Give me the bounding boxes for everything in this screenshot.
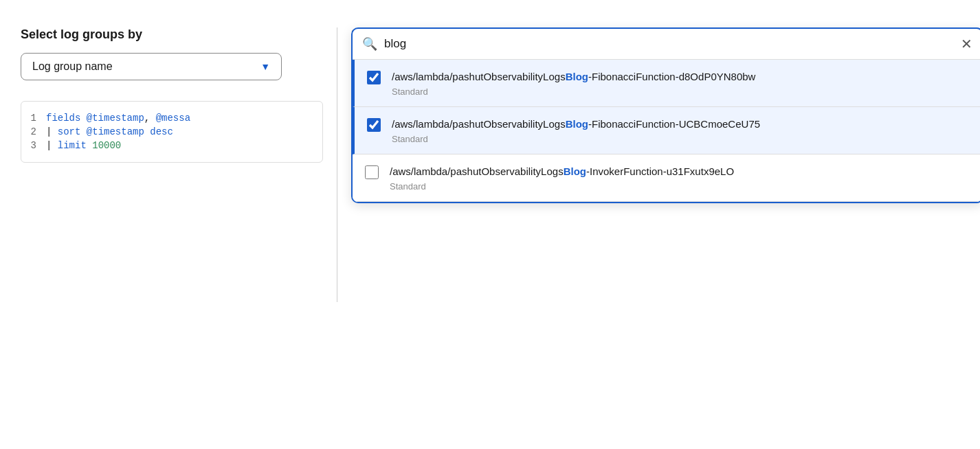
result-name-highlight-2: Blog xyxy=(566,118,588,130)
code-field-message: @messa xyxy=(156,113,190,124)
dropdown-arrow-icon: ▼ xyxy=(260,61,270,72)
code-line-1: 1 fields @timestamp, @messa xyxy=(21,111,322,125)
result-content-3: /aws/lambda/pashutObservabilityLogsBlog-… xyxy=(390,164,734,192)
result-item-2[interactable]: /aws/lambda/pashutObservabilityLogsBlog-… xyxy=(353,107,980,154)
code-content-2: | sort @timestamp desc xyxy=(46,126,173,137)
code-line-3: 3 | limit 10000 xyxy=(21,139,322,152)
code-keyword-limit: limit xyxy=(58,140,92,151)
code-field-sort-timestamp: @timestamp xyxy=(87,126,144,137)
line-number-1: 1 xyxy=(21,113,46,124)
code-keyword: fields xyxy=(46,113,87,124)
result-item-1[interactable]: /aws/lambda/pashutObservabilityLogsBlog-… xyxy=(353,60,980,107)
code-field-timestamp: @timestamp xyxy=(87,113,144,124)
search-dropdown-panel: 🔍 ✕ /aws/lambda/pashutObservabilityLogsB… xyxy=(351,27,980,203)
result-name-1: /aws/lambda/pashutObservabilityLogsBlog-… xyxy=(392,69,755,84)
result-content-1: /aws/lambda/pashutObservabilityLogsBlog-… xyxy=(392,69,755,97)
result-name-highlight: Blog xyxy=(566,71,588,82)
right-panel: Selection criteria Select up to 50 log g… xyxy=(351,27,959,82)
line-number-3: 3 xyxy=(21,140,46,151)
result-name-highlight-3: Blog xyxy=(564,165,586,177)
result-checkbox-3[interactable] xyxy=(365,165,379,179)
code-keyword-desc: desc xyxy=(150,126,173,137)
result-name-suffix-3: -InvokerFunction-u31Fxutx9eLO xyxy=(586,165,734,177)
result-name-3: /aws/lambda/pashutObservabilityLogsBlog-… xyxy=(390,164,734,179)
code-value-limit: 10000 xyxy=(92,140,121,151)
log-group-by-dropdown[interactable]: Log group name ▼ xyxy=(21,53,282,80)
result-name-prefix: /aws/lambda/pashutObservabilityLogs xyxy=(392,71,566,82)
log-group-by-value: Log group name xyxy=(32,60,113,73)
code-content-1: fields @timestamp, @messa xyxy=(46,113,190,124)
result-type-3: Standard xyxy=(390,181,734,192)
left-panel-label: Select log groups by xyxy=(21,27,323,42)
main-layout: Select log groups by Log group name ▼ 1 … xyxy=(21,27,959,302)
result-name-suffix: -FibonacciFunction-d8OdP0YN80bw xyxy=(588,71,755,82)
result-item-3[interactable]: /aws/lambda/pashutObservabilityLogsBlog-… xyxy=(353,154,980,202)
code-content-3: | limit 10000 xyxy=(46,140,121,151)
result-checkbox-1[interactable] xyxy=(367,71,381,84)
panel-divider xyxy=(337,27,337,302)
result-name-suffix-2: -FibonacciFunction-UCBCmoeCeU75 xyxy=(588,118,760,130)
line-number-2: 2 xyxy=(21,126,46,137)
result-content-2: /aws/lambda/pashutObservabilityLogsBlog-… xyxy=(392,117,760,144)
result-name-2: /aws/lambda/pashutObservabilityLogsBlog-… xyxy=(392,117,760,131)
code-keyword-sort: sort xyxy=(58,126,87,137)
search-icon: 🔍 xyxy=(362,36,377,51)
left-panel: Select log groups by Log group name ▼ 1 … xyxy=(21,27,323,163)
search-row: 🔍 ✕ xyxy=(353,29,980,60)
code-line-2: 2 | sort @timestamp desc xyxy=(21,125,322,139)
code-editor: 1 fields @timestamp, @messa 2 | sort @ti… xyxy=(21,101,323,163)
result-name-prefix-3: /aws/lambda/pashutObservabilityLogs xyxy=(390,165,564,177)
result-name-prefix-2: /aws/lambda/pashutObservabilityLogs xyxy=(392,118,566,130)
result-checkbox-2[interactable] xyxy=(367,118,381,132)
result-type-1: Standard xyxy=(392,87,755,97)
result-type-2: Standard xyxy=(392,134,760,144)
clear-search-icon[interactable]: ✕ xyxy=(961,36,972,52)
search-input[interactable] xyxy=(384,37,954,51)
